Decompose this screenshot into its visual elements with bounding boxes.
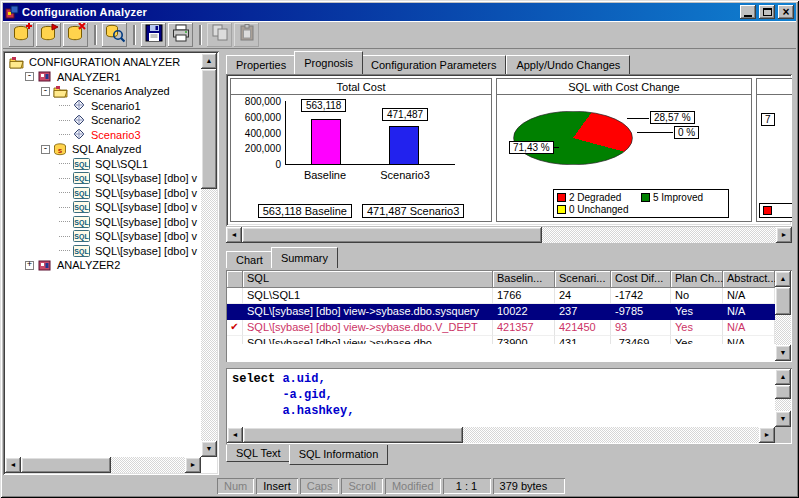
tree-item-configuration-analyzer[interactable]: CONFIGURATION ANALYZER [9,55,201,70]
scrollbar-track[interactable] [775,287,791,345]
tree-item-analyzer2[interactable]: + ANALYZER2 [25,258,201,273]
column-header-cost-diff[interactable]: Cost Dif... [611,271,671,288]
sql-horizontal-scrollbar[interactable]: ◄ ► [227,427,775,443]
scrollbar-track[interactable] [242,227,776,243]
database-add-button[interactable] [9,23,34,47]
table-row-partial[interactable]: SQL\[sybase] [dbo] view->sybase.dbo. 739… [227,336,775,344]
print-button[interactable] [168,23,193,47]
scroll-down-icon[interactable]: ▼ [775,345,791,361]
scrollbar-thumb[interactable] [21,457,111,473]
paste-button[interactable] [234,23,259,47]
tree-item-scenario3[interactable]: Scenario3 [59,128,201,143]
tab-sql-text[interactable]: SQL Text [226,445,291,462]
folder-icon [9,56,24,69]
titlebar[interactable]: Configuration Analyzer × [3,3,796,21]
tree-item-sql[interactable]: SQL SQL\[sybase] [dbo] v [59,229,201,244]
scrollbar-thumb[interactable] [201,69,217,189]
scroll-up-icon[interactable]: ▲ [201,53,217,69]
tree-item-label: Scenarios Analyzed [71,85,172,97]
tab-sql-information[interactable]: SQL Information [289,445,389,465]
tree-horizontal-scrollbar[interactable]: ◄ ► [5,457,201,473]
tab-summary[interactable]: Summary [271,247,338,268]
tree-item-sql[interactable]: SQL SQL\[sybase] [dbo] v [59,171,201,186]
scrollbar-track[interactable] [243,427,759,443]
expand-toggle-icon[interactable]: + [25,261,34,270]
tree-item-sql[interactable]: SQL SQL\[sybase] [dbo] v [59,244,201,259]
scrollbar-thumb[interactable] [775,385,791,399]
column-header-abstract[interactable]: Abstract... [723,271,775,288]
sql-vertical-scrollbar[interactable]: ▲ ▼ [775,369,791,427]
chart-horizontal-scrollbar[interactable]: ◄ ► [226,227,792,243]
scroll-down-icon[interactable]: ▼ [775,411,791,427]
sql-icon: SQL [73,201,90,213]
chart-title [757,79,792,95]
sql-text[interactable]: select a.uid, -a.gid, a.hashkey, [227,369,775,427]
scrollbar-thumb[interactable] [243,427,463,443]
save-button[interactable] [141,23,166,47]
maximize-button[interactable] [759,5,775,19]
tree-item-sql-analyzed[interactable]: - S SQL Analyzed [41,142,201,157]
scroll-left-icon[interactable]: ◄ [227,427,243,443]
table-vertical-scrollbar[interactable]: ▲ ▼ [775,271,791,361]
copy-button[interactable] [207,23,232,47]
tree-vertical-scrollbar[interactable]: ▲ ▼ [201,53,217,457]
column-header-scenario[interactable]: Scenari... [555,271,611,288]
tree-item-scenarios-analyzed[interactable]: - Scenarios Analyzed [41,84,201,99]
tree-item-scenario2[interactable]: Scenario2 [59,113,201,128]
tab-chart[interactable]: Chart [226,251,273,268]
column-header-plan-changed[interactable]: Plan Ch... [671,271,723,288]
scroll-up-icon[interactable]: ▲ [775,369,791,385]
database-run-button[interactable] [36,23,61,47]
tree-item-sql[interactable]: SQL SQL\[sybase] [dbo] v [59,215,201,230]
scroll-up-icon[interactable]: ▲ [775,271,791,287]
collapse-toggle-icon[interactable]: - [41,145,50,154]
table-row-selected[interactable]: SQL\[sybase] [dbo] view->sybase.dbo.sysq… [227,304,775,320]
table-row-changed[interactable]: ✔ SQL\[sybase] [dbo] view->sybase.dbo.V_… [227,320,775,336]
tree-item-sql[interactable]: SQL SQL\[sybase] [dbo] v [59,186,201,201]
pie-legend: 2 Degraded 5 Improved 0 Unchanged [553,189,729,218]
database-delete-button[interactable] [63,23,88,47]
svg-text:SQL: SQL [74,204,89,212]
analyze-button[interactable] [102,23,127,47]
scroll-right-icon[interactable]: ► [759,427,775,443]
collapse-toggle-icon[interactable]: - [25,72,34,81]
scroll-left-icon[interactable]: ◄ [226,227,242,243]
tree-item-sql[interactable]: SQL SQL\SQL1 [59,157,201,172]
column-header-baseline[interactable]: Baselin... [493,271,555,288]
pie [513,111,633,167]
tree-connector [59,134,70,135]
table-row[interactable]: SQL\SQL1 1766 24 -1742 No N/A [227,288,775,304]
baseline-bar [311,119,341,164]
scroll-right-icon[interactable]: ► [776,227,792,243]
column-header-marker[interactable] [227,271,243,288]
scrollbar-thumb[interactable] [242,227,542,243]
tab-apply-undo-changes[interactable]: Apply/Undo Changes [506,55,630,74]
database-add-icon [12,23,32,46]
scrollbar-thumb[interactable] [775,287,791,315]
minimize-button[interactable] [740,5,756,19]
tab-configuration-parameters[interactable]: Configuration Parameters [361,55,506,74]
tree-item-scenario1[interactable]: Scenario1 [59,99,201,114]
tree-item-sql[interactable]: SQL SQL\[sybase] [dbo] v [59,200,201,215]
partial-pct-label: 7 [761,113,775,126]
scenario3-bar [389,126,419,164]
improved-swatch-icon [641,193,650,202]
scroll-left-icon[interactable]: ◄ [5,457,21,473]
scrollbar-track[interactable] [201,69,217,441]
tree-connector [59,192,70,193]
close-button[interactable]: × [778,5,794,19]
scrollbar-track[interactable] [775,385,791,411]
analyzer-icon [37,259,52,272]
status-modified: Modified [385,478,441,494]
tab-prognosis[interactable]: Prognosis [294,51,363,74]
column-header-sql[interactable]: SQL [243,271,493,288]
collapse-toggle-icon[interactable]: - [41,87,50,96]
scroll-right-icon[interactable]: ► [185,457,201,473]
sql-icon: SQL [73,187,90,199]
tab-properties[interactable]: Properties [226,55,296,74]
status-scroll: Scroll [341,478,383,494]
scroll-down-icon[interactable]: ▼ [201,441,217,457]
tree-item-analyzer1[interactable]: - ANALYZER1 [25,70,201,85]
scrollbar-track[interactable] [21,457,185,473]
tree-item-label: SQL\[sybase] [dbo] v [93,187,199,199]
